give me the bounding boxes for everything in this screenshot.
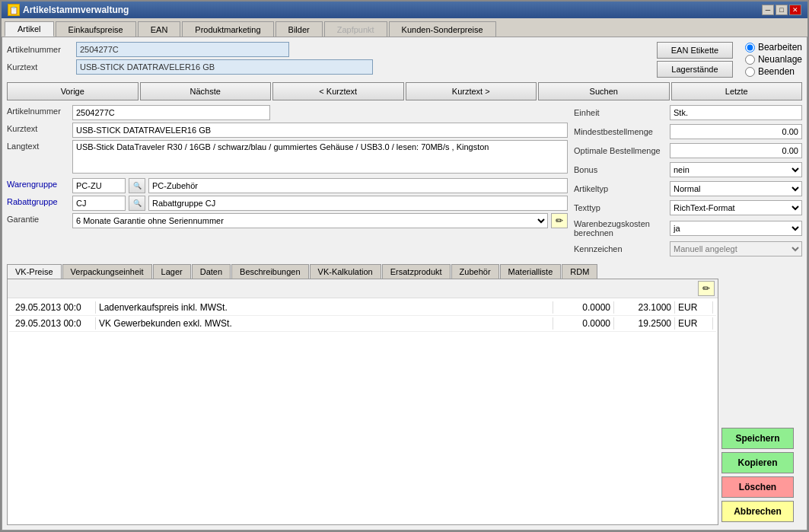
mindestbestellmenge-field[interactable] <box>670 124 802 139</box>
tab-zapfpunkt: Zapfpunkt <box>324 21 387 37</box>
price-row-2: 29.05.2013 00:0 VK Gewerbekunden exkl. M… <box>9 316 716 332</box>
warengruppe-row: Warengruppe 🔍 <box>7 178 568 193</box>
price-name-1: Ladenverkaufspreis inkl. MWSt. <box>96 301 553 314</box>
price-val1-1: 0.0000 <box>553 301 614 314</box>
langtext-field[interactable]: USB-Stick DataTraveler R30 / 16GB / schw… <box>72 140 568 174</box>
garantie-edit-button[interactable]: ✏ <box>551 213 568 228</box>
letzte-button[interactable]: Letzte <box>671 82 803 100</box>
price-date-2: 29.05.2013 00:0 <box>12 317 96 330</box>
form-left: Artikelnummer Kurztext Langtext USB-Stic… <box>7 105 568 258</box>
header-kurztext-input[interactable] <box>76 59 373 75</box>
sub-tab-vk-preise[interactable]: VK-Preise <box>7 264 62 279</box>
action-buttons: Speichern Kopieren Löschen Abbrechen <box>718 261 802 525</box>
radio-beenden[interactable] <box>745 67 755 77</box>
texttyp-row: Texttyp RichText-Format Plain <box>574 200 802 215</box>
artikeltyp-row: Artikeltyp Normal Sonstiges <box>574 181 802 196</box>
warengruppe-code-field[interactable] <box>72 178 126 193</box>
sub-tab-zubehoer[interactable]: Zubehör <box>451 264 499 279</box>
bonus-select[interactable]: nein ja <box>670 162 802 177</box>
tab-ean[interactable]: EAN <box>138 21 181 37</box>
rabattgruppe-search-button[interactable]: 🔍 <box>129 196 145 211</box>
header-kurztext-row: Kurztext <box>7 59 651 75</box>
close-button[interactable]: ✕ <box>789 5 801 15</box>
suchen-button[interactable]: Suchen <box>538 82 670 100</box>
kurztext-field[interactable] <box>72 123 568 138</box>
rabattgruppe-name-field[interactable] <box>148 196 568 211</box>
header-buttons: EAN Etikette Lagerstände <box>657 42 733 78</box>
warengruppe-search-button[interactable]: 🔍 <box>129 178 145 193</box>
sub-tab-rdm[interactable]: RDM <box>562 264 597 279</box>
radio-neuanlage[interactable] <box>745 55 755 65</box>
app-icon: 📋 <box>8 4 20 16</box>
price-name-2: VK Gewerbekunden exkl. MWSt. <box>96 317 553 330</box>
header-row: Artikelnummer Kurztext EAN Etikette Lage… <box>7 42 802 78</box>
warengruppe-name-field[interactable] <box>148 178 568 193</box>
lagerstaende-button[interactable]: Lagerstände <box>657 61 733 78</box>
sub-tab-lager[interactable]: Lager <box>153 264 191 279</box>
artikelnummer-label: Artikelnummer <box>7 105 68 116</box>
rabattgruppe-code-field[interactable] <box>72 196 126 211</box>
optimale-bestellmenge-field[interactable] <box>670 143 802 158</box>
warenbezugskosten-label: Warenbezugskosten berechnen <box>574 219 665 237</box>
mindestbestellmenge-row: Mindestbestellmenge <box>574 124 802 139</box>
warengruppe-label: Warengruppe <box>7 178 68 189</box>
sub-tab-daten[interactable]: Daten <box>192 264 231 279</box>
ean-etikette-button[interactable]: EAN Etikette <box>657 42 733 59</box>
warenbezugskosten-row: Warenbezugskosten berechnen ja nein <box>574 219 802 237</box>
bonus-label: Bonus <box>574 165 665 174</box>
kurztext-prev-button[interactable]: < Kurztext <box>272 82 404 100</box>
prices-list: 29.05.2013 00:0 Ladenverkaufspreis inkl.… <box>8 298 718 524</box>
speichern-button[interactable]: Speichern <box>721 428 794 449</box>
optimale-bestellmenge-row: Optimale Bestellmenge <box>574 143 802 158</box>
prices-edit-button[interactable]: ✏ <box>698 281 715 296</box>
artikelnummer-field[interactable] <box>72 105 270 120</box>
einheit-label: Einheit <box>574 108 665 117</box>
radio-group: Bearbeiten Neuanlage Beenden <box>745 42 802 77</box>
mindestbestellmenge-label: Mindestbestellmenge <box>574 127 665 136</box>
texttyp-label: Texttyp <box>574 203 665 212</box>
naechste-button[interactable]: Nächste <box>140 82 272 100</box>
minimize-button[interactable]: ─ <box>762 5 774 15</box>
rabattgruppe-row: Rabattgruppe 🔍 <box>7 196 568 211</box>
header-artikelnummer-label: Artikelnummer <box>7 45 72 54</box>
warenbezugskosten-select[interactable]: ja nein <box>670 221 802 236</box>
loeschen-button[interactable]: Löschen <box>721 476 794 498</box>
price-val2-2: 19.2500 <box>614 317 675 330</box>
sub-tab-beschreibungen[interactable]: Beschreibungen <box>231 264 309 279</box>
header-artikelnummer-input[interactable] <box>76 42 289 57</box>
abbrechen-button[interactable]: Abbrechen <box>721 501 794 522</box>
title-bar: 📋 Artikelstammverwaltung ─ □ ✕ <box>2 2 807 18</box>
form-area: Artikelnummer Kurztext Langtext USB-Stic… <box>7 105 802 258</box>
kopieren-button[interactable]: Kopieren <box>721 452 794 473</box>
header-fields: Artikelnummer Kurztext <box>7 42 651 75</box>
einheit-field[interactable] <box>670 105 802 120</box>
tab-einkaufspreise[interactable]: Einkaufspreise <box>56 21 136 37</box>
sub-tab-verpackungseinheit[interactable]: Verpackungseinheit <box>62 264 152 279</box>
sub-tab-materialliste[interactable]: Materialliste <box>500 264 562 279</box>
sub-tab-vk-kalkulation[interactable]: VK-Kalkulation <box>310 264 381 279</box>
tab-kunden-sonderpreise[interactable]: Kunden-Sonderpreise <box>389 21 496 37</box>
header-kurztext-label: Kurztext <box>7 62 72 72</box>
kennzeichen-select[interactable]: Manuell angelegt <box>670 241 802 256</box>
tab-produktmarketing[interactable]: Produktmarketing <box>182 21 273 37</box>
kurztext-next-button[interactable]: Kurztext > <box>406 82 537 100</box>
tab-artikel[interactable]: Artikel <box>5 21 54 37</box>
artikeltyp-select[interactable]: Normal Sonstiges <box>670 181 802 196</box>
vorige-button[interactable]: Vorige <box>7 82 139 100</box>
maximize-button[interactable]: □ <box>776 5 788 15</box>
kennzeichen-label: Kennzeichen <box>574 244 665 253</box>
texttyp-select[interactable]: RichText-Format Plain <box>670 200 802 215</box>
garantie-label: Garantie <box>7 213 68 224</box>
top-tabs: Artikel Einkaufspreise EAN Produktmarket… <box>2 18 807 37</box>
price-val2-1: 23.1000 <box>614 301 675 314</box>
price-row-1: 29.05.2013 00:0 Ladenverkaufspreis inkl.… <box>9 300 716 316</box>
main-content: Artikelnummer Kurztext EAN Etikette Lage… <box>2 37 807 530</box>
main-left: VK-Preise Verpackungseinheit Lager Daten… <box>7 261 718 525</box>
garantie-select[interactable]: 6 Monate Garantie ohne Seriennummer <box>72 213 548 228</box>
price-currency-1: EUR <box>675 301 713 314</box>
sub-tab-ersatzprodukt[interactable]: Ersatzprodukt <box>382 264 451 279</box>
radio-bearbeiten[interactable] <box>745 43 755 53</box>
sub-content: ✏ 29.05.2013 00:0 Ladenverkaufspreis ink… <box>7 279 718 525</box>
tab-bilder[interactable]: Bilder <box>276 21 323 37</box>
price-date-1: 29.05.2013 00:0 <box>12 301 96 314</box>
